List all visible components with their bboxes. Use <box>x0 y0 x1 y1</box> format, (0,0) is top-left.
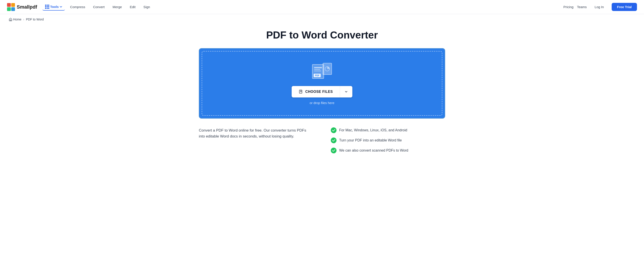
svg-point-15 <box>331 148 336 153</box>
features-list: For Mac, Windows, Linux, iOS, and Androi… <box>331 128 445 153</box>
check-icon-1 <box>331 128 336 133</box>
description-text: Convert a PDF to Word online for free. O… <box>199 128 313 139</box>
breadcrumb-current: PDF to Word <box>26 18 44 21</box>
choose-files-label: CHOOSE FILES <box>305 90 333 94</box>
svg-rect-2 <box>7 7 11 11</box>
svg-text:PDF: PDF <box>315 74 319 77</box>
tools-chevron-icon <box>60 6 62 8</box>
svg-rect-3 <box>11 7 15 11</box>
nav-compress[interactable]: Compress <box>67 3 89 10</box>
tools-label: Tools <box>50 5 59 8</box>
feature-text-2: Turn your PDF into an editable Word file <box>339 138 402 142</box>
check-icon-3 <box>331 148 336 153</box>
svg-rect-0 <box>7 3 11 7</box>
breadcrumb-home-label: Home <box>13 18 21 21</box>
pdf-files-icon: PDF <box>312 62 332 80</box>
nav-sign[interactable]: Sign <box>140 3 154 10</box>
feature-text-3: We can also convert scanned PDFs to Word <box>339 148 408 152</box>
nav-merge[interactable]: Merge <box>109 3 126 10</box>
breadcrumb-separator: › <box>23 18 24 21</box>
choose-files-dropdown-button[interactable] <box>340 86 352 98</box>
breadcrumb: Home › PDF to Word <box>0 14 644 25</box>
upload-icon <box>299 90 303 94</box>
page-title: PDF to Word Converter <box>199 29 445 41</box>
feature-text-1: For Mac, Windows, Linux, iOS, and Androi… <box>339 128 407 132</box>
teams-link[interactable]: Teams <box>577 5 586 9</box>
choose-files-btn-group: CHOOSE FILES <box>292 86 352 98</box>
pricing-link[interactable]: Pricing <box>564 5 574 9</box>
feature-item-3: We can also convert scanned PDFs to Word <box>331 148 445 153</box>
free-trial-button[interactable]: Free Trial <box>612 3 637 11</box>
home-icon <box>9 18 12 21</box>
grid-icon <box>45 4 49 9</box>
svg-rect-7 <box>314 67 322 68</box>
feature-item-1: For Mac, Windows, Linux, iOS, and Androi… <box>331 128 445 133</box>
choose-files-button[interactable]: CHOOSE FILES <box>292 86 340 98</box>
svg-point-13 <box>331 128 336 133</box>
drop-zone[interactable]: PDF CHOOSE FILES or <box>199 48 445 118</box>
choose-files-area: CHOOSE FILES or drop files here <box>292 86 352 105</box>
svg-rect-1 <box>11 3 15 7</box>
drop-hint-text: or drop files here <box>310 101 334 105</box>
pdf-icon-container: PDF <box>312 62 332 80</box>
nav-right: Pricing Teams Log In Free Trial <box>564 3 637 11</box>
nav-edit[interactable]: Edit <box>126 3 139 10</box>
brand-logo[interactable]: Smallpdf <box>7 3 37 11</box>
login-button[interactable]: Log In <box>590 3 608 10</box>
nav-links: Compress Convert Merge Edit Sign <box>67 3 564 10</box>
main-content: PDF to Word Converter PDF <box>190 25 454 162</box>
brand-name: Smallpdf <box>17 4 37 10</box>
check-icon-2 <box>331 138 336 143</box>
navbar: Smallpdf Tools Compress Convert Merge Ed… <box>0 0 644 14</box>
nav-convert[interactable]: Convert <box>90 3 108 10</box>
smallpdf-logo-icon <box>7 3 15 11</box>
breadcrumb-home-link[interactable]: Home <box>9 18 21 21</box>
svg-rect-12 <box>299 90 302 93</box>
tools-button[interactable]: Tools <box>42 3 65 10</box>
svg-rect-9 <box>314 70 321 71</box>
svg-rect-8 <box>314 69 320 70</box>
chevron-down-icon <box>344 90 348 94</box>
svg-point-14 <box>331 138 336 143</box>
feature-item-2: Turn your PDF into an editable Word file <box>331 138 445 143</box>
drop-zone-border <box>202 51 442 116</box>
bottom-section: Convert a PDF to Word online for free. O… <box>199 128 445 153</box>
